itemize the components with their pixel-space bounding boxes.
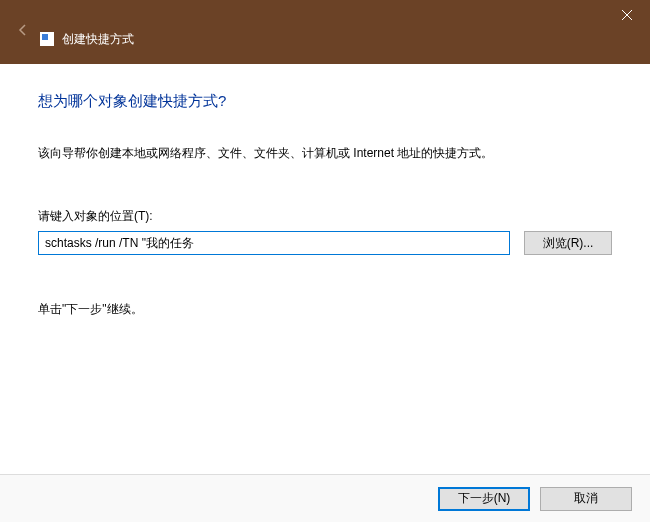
footer: 下一步(N) 取消: [0, 474, 650, 522]
window-title: 创建快捷方式: [62, 31, 134, 48]
description-text: 该向导帮你创建本地或网络程序、文件、文件夹、计算机或 Internet 地址的快…: [38, 145, 612, 162]
cancel-button[interactable]: 取消: [540, 487, 632, 511]
browse-button[interactable]: 浏览(R)...: [524, 231, 612, 255]
location-input[interactable]: [38, 231, 510, 255]
close-icon: [622, 10, 632, 20]
page-heading: 想为哪个对象创建快捷方式?: [38, 92, 612, 111]
wizard-content: 想为哪个对象创建快捷方式? 该向导帮你创建本地或网络程序、文件、文件夹、计算机或…: [0, 64, 650, 318]
shortcut-icon: [40, 32, 54, 46]
titlebar: 创建快捷方式: [0, 0, 650, 64]
next-button[interactable]: 下一步(N): [438, 487, 530, 511]
location-row: 浏览(R)...: [38, 231, 612, 255]
hint-text: 单击"下一步"继续。: [38, 301, 612, 318]
close-button[interactable]: [604, 0, 650, 30]
back-arrow-icon: [16, 23, 30, 41]
location-label: 请键入对象的位置(T):: [38, 208, 612, 225]
